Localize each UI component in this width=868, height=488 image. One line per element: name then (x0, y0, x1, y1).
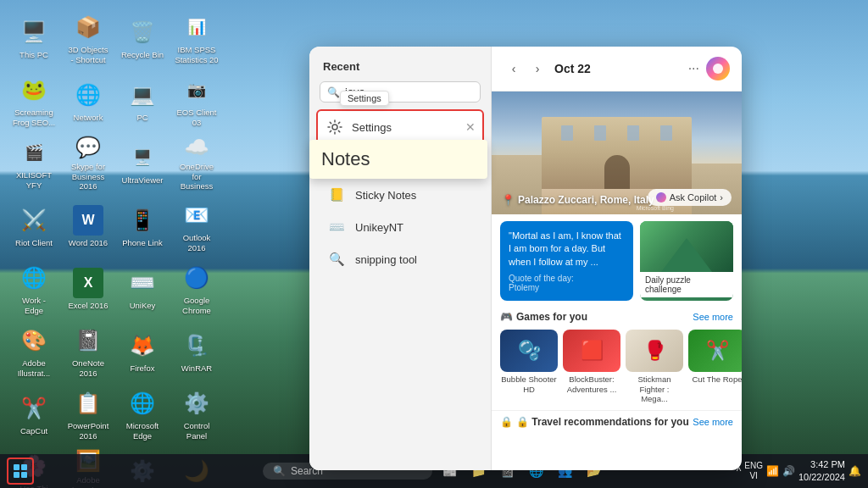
game-thumb-bubble: 🫧 (500, 330, 558, 372)
travel-see-more-button[interactable]: See more (693, 417, 733, 427)
recent-header: Recent (309, 60, 491, 81)
search-icon: 🔍 (327, 86, 340, 98)
wifi-icon[interactable]: 📶 (766, 465, 779, 477)
volume-icon[interactable]: 🔊 (782, 465, 795, 477)
more-options-button[interactable]: ··· (688, 61, 699, 76)
right-panel-header: ‹ › Oct 22 ··· (492, 47, 742, 92)
game-card-stickman[interactable]: 🥊 Stickman Fighter : Mega... (626, 330, 683, 403)
windows-logo (14, 464, 27, 478)
desktop-icon-xilisoft[interactable]: 🎬 XILISOFT YFY (8, 134, 59, 193)
settings-tooltip-label: Settings (340, 91, 389, 106)
taskbar-left (7, 458, 34, 485)
desktop-icon-onenote[interactable]: 📓 OneNote 2016 (63, 322, 114, 381)
game-name-rope: Cut The Rope (688, 374, 742, 384)
desktop-icon-firefox[interactable]: 🦊 Firefox (117, 322, 168, 381)
quote-label: Quote of the day: (509, 274, 625, 283)
desktop-icon-this-pc[interactable]: 🖥️ This PC (8, 8, 59, 68)
games-icon: 🎮 (500, 311, 513, 323)
location-pin-icon: 📍 (502, 194, 515, 206)
game-card-cut-rope[interactable]: ✂️ Cut The Rope (688, 330, 742, 403)
start-button[interactable] (7, 458, 34, 485)
app-name-unikey: UnikeyNT (355, 221, 403, 234)
app-list-item-unikey[interactable]: ⌨️ UnikeyNT (316, 212, 484, 242)
desktop-icon-unikey[interactable]: ⌨️ UniKey (117, 259, 168, 319)
desktop-icon-capcut[interactable]: ✂️ CapCut (8, 385, 59, 444)
desktop-icon-pc[interactable]: 💻 PC (117, 71, 168, 130)
svg-point-0 (332, 125, 337, 130)
location-text: Palazzo Zuccari, Rome, Italy (518, 194, 654, 206)
desktop-icon-phonelink[interactable]: 📱 Phone Link (117, 197, 168, 256)
ask-copilot-label: Ask Copilot (670, 192, 717, 202)
copilot-circle-icon (656, 192, 666, 202)
travel-label: 🔒 🔒 Travel recommendations for you (500, 416, 689, 428)
game-name-bubble: Bubble Shooter HD (500, 374, 558, 394)
notes-overlay: Notes (309, 140, 487, 179)
taskbar-search-icon: 🔍 (273, 465, 286, 477)
desktop-icon-ms-edge[interactable]: 🌐 Microsoft Edge (117, 385, 168, 444)
left-panel: Recent 🔍 Settings Settings ✕ (309, 47, 492, 470)
nav-next-button[interactable]: › (527, 58, 548, 79)
desktop-icon-recycle-bin[interactable]: 🗑️ Recycle Bin (117, 8, 168, 68)
date-label: Oct 22 (554, 62, 682, 75)
game-card-blockbuster[interactable]: 🟥 BlockBuster: Adventures ... (563, 330, 620, 403)
lock-icon: 🔒 (500, 416, 513, 428)
notification-bell-icon[interactable]: 🔔 (849, 465, 861, 477)
hero-image: 📍 Palazzo Zuccari, Rome, Italy Ask Copil… (492, 92, 742, 214)
desktop: 🖥️ This PC 📦 3D Objects - Shortcut 🗑️ Re… (0, 0, 868, 488)
desktop-icon-outlook[interactable]: 📧 Outlook 2016 (171, 197, 222, 256)
snipping-icon: 🔍 (326, 249, 347, 269)
copilot-button[interactable] (706, 57, 730, 80)
games-title-text: Games for you (516, 311, 587, 323)
settings-gear-icon (325, 117, 345, 137)
start-menu: Recent 🔍 Settings Settings ✕ (309, 47, 742, 470)
desktop-icon-chrome[interactable]: 🔵 Google Chrome (171, 259, 222, 319)
clock-time: 3:42 PM (798, 458, 845, 471)
travel-section: 🔒 🔒 Travel recommendations for you See m… (492, 410, 742, 433)
desktop-icon-riot[interactable]: ⚔️ Riot Client (8, 197, 59, 256)
desktop-icon-excel[interactable]: X Excel 2016 (63, 259, 114, 319)
desktop-icon-3d-objects[interactable]: 📦 3D Objects - Shortcut (63, 8, 114, 68)
sticky-notes-icon: 📒 (326, 185, 347, 205)
desktop-icon-powerpoint[interactable]: 📋 PowerPoint 2016 (63, 385, 114, 444)
app-list-item-snipping[interactable]: 🔍 snipping tool (316, 244, 484, 274)
desktop-icon-word[interactable]: W Word 2016 (63, 197, 114, 256)
nav-prev-button[interactable]: ‹ (504, 58, 524, 79)
language-indicator[interactable]: ENGVI (744, 461, 763, 481)
settings-close-icon[interactable]: ✕ (465, 120, 476, 134)
desktop-icon-skype[interactable]: 💬 Skype for Business 2016 (63, 134, 114, 193)
desktop-icon-edge-work[interactable]: 🌐 Work - Edge (8, 259, 59, 319)
nav-arrows: ‹ › (504, 58, 548, 79)
info-row: "Mortal as I am, I know that I am born f… (492, 214, 742, 308)
app-name-sticky-notes: Sticky Notes (355, 189, 416, 202)
svg-point-1 (713, 64, 723, 74)
desktop-icon-ibm-spss[interactable]: 📊 IBM SPSS Statistics 20 (171, 8, 222, 68)
app-list-item-sticky-notes[interactable]: 📒 Sticky Notes (316, 180, 484, 210)
desktop-icon-illustrator[interactable]: 🎨 Adobe Illustrat... (8, 322, 59, 381)
right-panel-content: 📍 Palazzo Zuccari, Rome, Italy Ask Copil… (492, 92, 742, 470)
ask-copilot-chevron: › (720, 192, 723, 202)
right-panel: ‹ › Oct 22 ··· (492, 47, 742, 470)
system-clock[interactable]: 3:42 PM 10/22/2024 (798, 458, 845, 485)
game-card-bubble-shooter[interactable]: 🫧 Bubble Shooter HD (500, 330, 558, 403)
game-name-block: BlockBuster: Adventures ... (563, 374, 620, 394)
quote-source: Ptolemy (509, 283, 625, 292)
puzzle-label: Daily puzzle challenge (640, 272, 733, 297)
desktop-icon-control-panel[interactable]: ⚙️ Control Panel (171, 385, 222, 444)
building (542, 117, 692, 189)
building-arch (604, 155, 630, 189)
desktop-icon-onedrive[interactable]: ☁️ OneDrive for Business (171, 134, 222, 193)
desktop-icon-eos[interactable]: 📷 EOS Client 03 (171, 71, 222, 130)
game-name-stickman: Stickman Fighter : Mega... (626, 374, 683, 403)
desktop-icon-screaming-frog[interactable]: 🐸 Screaming Frog SEO... (8, 71, 59, 130)
desktop-icon-winrar[interactable]: 🗜️ WinRAR (171, 322, 222, 381)
desktop-icon-network[interactable]: 🌐 Network (63, 71, 114, 130)
ask-copilot-button[interactable]: Ask Copilot › (648, 189, 732, 206)
building-windows (550, 125, 683, 141)
puzzle-image (640, 221, 733, 272)
desktop-icon-ultraviewer[interactable]: 🖥️ UltraViewer (117, 134, 168, 193)
system-tray: ^ ENGVI 📶 🔊 3:42 PM 10/22/2024 🔔 (737, 458, 861, 485)
puzzle-card[interactable]: Daily puzzle challenge (640, 221, 733, 301)
quote-card[interactable]: "Mortal as I am, I know that I am born f… (500, 221, 633, 301)
games-see-more-button[interactable]: See more (693, 312, 733, 322)
games-section-header: 🎮 Games for you See more (492, 308, 742, 326)
